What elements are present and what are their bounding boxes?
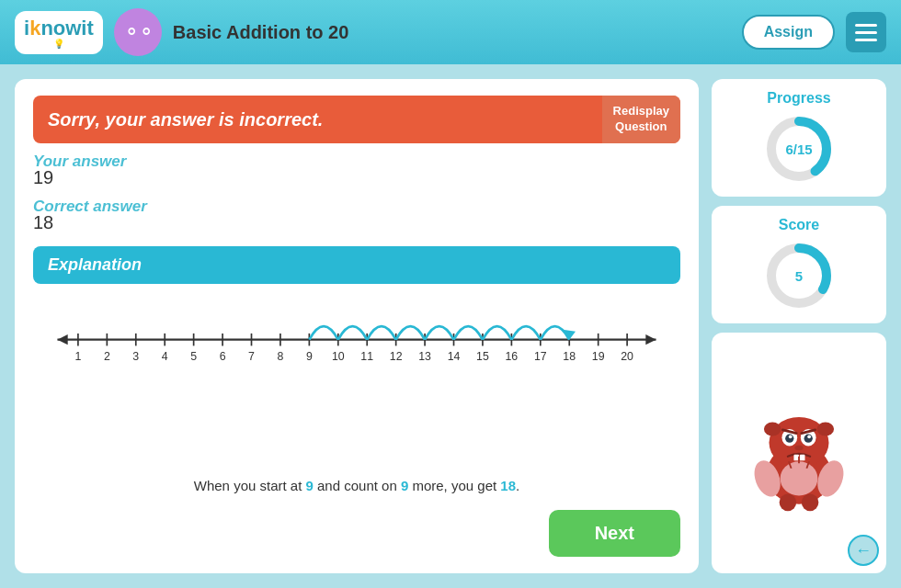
your-answer-section: Your answer 19	[33, 153, 680, 188]
next-button[interactable]: Next	[549, 510, 680, 557]
numberline-area: 1 2 3 4 5 6 7 8	[33, 293, 680, 461]
hamburger-line	[855, 24, 877, 27]
hamburger-line	[855, 31, 877, 34]
svg-text:20: 20	[621, 350, 633, 363]
start-number: 9	[306, 478, 314, 493]
page-title: Basic Addition to 20	[173, 22, 731, 43]
svg-text:1: 1	[74, 350, 81, 363]
left-arrow	[57, 334, 67, 345]
progress-box: Progress 6/15	[712, 79, 886, 197]
svg-text:11: 11	[360, 350, 373, 363]
back-icon: ←	[855, 541, 872, 560]
right-arrow	[645, 334, 656, 345]
svg-point-47	[764, 423, 781, 436]
arc-4	[396, 326, 425, 340]
score-box: Score 5	[712, 206, 886, 323]
back-button[interactable]: ←	[848, 535, 879, 566]
numberline-svg: 1 2 3 4 5 6 7 8	[37, 300, 677, 373]
svg-text:2: 2	[104, 350, 110, 363]
assign-button[interactable]: Assign	[742, 15, 835, 50]
svg-point-64	[802, 494, 819, 512]
count-number: 9	[401, 478, 408, 493]
svg-text:13: 13	[418, 350, 431, 363]
progress-value: 6/15	[785, 141, 812, 157]
svg-point-54	[807, 435, 811, 439]
arc-7	[483, 326, 511, 340]
progress-donut: 6/15	[762, 112, 836, 186]
tick-marks: 1 2 3 4 5 6 7 8	[74, 334, 633, 363]
logo: iknowit 💡	[15, 11, 103, 54]
svg-point-48	[817, 423, 835, 436]
correct-answer-section: Correct answer 18	[33, 198, 680, 233]
answer-number: 18	[500, 478, 516, 493]
svg-text:7: 7	[248, 350, 255, 363]
right-panel: Progress 6/15 Score 5	[712, 79, 886, 573]
next-button-row: Next	[33, 503, 680, 557]
svg-point-57	[794, 446, 803, 451]
svg-text:3: 3	[132, 350, 139, 363]
svg-text:5: 5	[190, 350, 197, 363]
arc-3	[367, 326, 395, 340]
svg-text:6: 6	[220, 350, 226, 363]
arc-arrow	[561, 329, 576, 339]
svg-point-63	[780, 494, 797, 512]
your-answer-value: 19	[33, 167, 680, 188]
logo-text: iknowit	[24, 17, 94, 40]
svg-text:9: 9	[306, 350, 313, 363]
arc-2	[338, 326, 367, 340]
svg-text:18: 18	[563, 350, 576, 363]
hamburger-line	[855, 39, 877, 41]
header: iknowit 💡 ⚬⚬ Basic Addition to 20 Assign	[0, 0, 901, 64]
main-container: Sorry, your answer is incorrect. Redispl…	[0, 64, 901, 588]
arc-1	[309, 326, 337, 340]
arc-5	[425, 326, 453, 340]
svg-point-62	[781, 461, 818, 495]
mascot-icon-header: ⚬⚬	[114, 8, 162, 56]
svg-text:19: 19	[592, 350, 605, 363]
explanation-sentence: When you start at 9 and count on 9 more,…	[33, 478, 680, 493]
svg-rect-59	[800, 455, 805, 461]
svg-text:15: 15	[476, 350, 489, 363]
progress-label: Progress	[767, 90, 830, 107]
incorrect-banner: Sorry, your answer is incorrect. Redispl…	[33, 96, 680, 143]
svg-text:12: 12	[390, 350, 403, 363]
score-value: 5	[795, 268, 803, 284]
svg-point-53	[789, 435, 793, 439]
svg-text:17: 17	[534, 350, 547, 363]
score-label: Score	[779, 217, 819, 233]
svg-text:14: 14	[448, 350, 461, 363]
redisplay-button[interactable]: RedisplayQuestion	[602, 96, 680, 143]
mascot-box: ←	[712, 333, 886, 573]
explanation-bar: Explanation	[33, 246, 680, 284]
mascot-svg	[748, 393, 850, 513]
incorrect-message: Sorry, your answer is incorrect.	[48, 109, 323, 130]
arc-8	[511, 326, 540, 340]
svg-text:10: 10	[332, 350, 345, 363]
arc-6	[454, 326, 483, 340]
svg-text:4: 4	[162, 350, 168, 363]
svg-text:16: 16	[506, 350, 519, 363]
left-panel: Sorry, your answer is incorrect. Redispl…	[15, 79, 699, 573]
score-donut: 5	[762, 239, 836, 312]
svg-text:8: 8	[278, 350, 284, 363]
menu-button[interactable]	[846, 12, 886, 52]
